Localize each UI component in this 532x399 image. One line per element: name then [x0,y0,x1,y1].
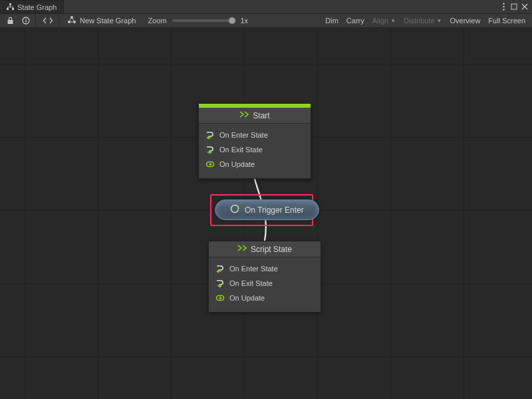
carry-button[interactable]: Carry [342,15,368,27]
node-body: On Enter State On Exit State On Update [209,257,321,312]
state-icon [237,244,247,254]
grid-line [25,28,25,399]
state-icon [239,110,249,120]
grid-line [464,28,464,399]
zoom-slider-knob[interactable] [229,17,235,24]
event-update-icon [215,293,225,303]
svg-rect-7 [8,20,13,24]
transition-node[interactable]: On Trigger Enter [215,200,319,220]
tab-state-graph[interactable]: State Graph [0,0,64,13]
breadcrumb-label: New State Graph [80,17,136,25]
node-body: On Enter State On Exit State On Update [199,124,311,178]
grid-line [171,28,172,399]
titlebar-controls [499,0,532,13]
zoom-slider[interactable] [172,19,235,22]
dim-button[interactable]: Dim [321,15,342,27]
graph-canvas[interactable]: Start On Enter State On Exit State On Up… [0,28,532,399]
node-title: Start [253,111,269,120]
svg-point-3 [503,3,504,4]
event-row-on-update[interactable]: On Update [205,157,304,172]
grid-line [0,64,532,65]
chevron-down-icon: ▼ [437,18,442,24]
code-brackets-icon[interactable] [39,15,59,27]
svg-rect-0 [9,3,11,5]
maximize-icon[interactable] [509,2,519,11]
node-start[interactable]: Start On Enter State On Exit State On Up… [198,103,311,179]
svg-point-13 [73,21,76,23]
svg-rect-6 [511,4,517,9]
event-row-on-update[interactable]: On Update [215,291,314,305]
trigger-icon [230,204,239,215]
event-exit-icon [215,279,225,288]
close-icon[interactable] [520,2,529,11]
breadcrumb-new-state-graph[interactable]: New State Graph [62,15,141,26]
node-header[interactable]: Script State [209,241,321,257]
info-icon[interactable] [18,15,36,27]
svg-rect-10 [25,20,26,23]
window: State Graph New State Gr [0,0,532,399]
zoom-control: Zoom 1x [148,17,248,25]
kebab-menu-icon[interactable] [499,2,508,11]
lock-icon[interactable] [3,15,18,27]
graph-hierarchy-icon [7,3,14,11]
svg-rect-1 [7,8,9,10]
tab-label: State Graph [17,3,57,11]
state-graph-icon [67,15,76,26]
svg-point-5 [503,9,504,10]
grid-line [0,356,532,357]
grid-line [98,28,98,399]
event-row-on-exit[interactable]: On Exit State [215,276,314,291]
svg-point-4 [503,6,504,7]
event-row-on-enter[interactable]: On Enter State [215,261,314,276]
toolbar: New State Graph Zoom 1x Dim Carry Align▼… [0,13,532,28]
event-row-on-exit[interactable]: On Exit State [205,142,304,157]
distribute-dropdown[interactable]: Distribute▼ [400,15,446,27]
event-enter-icon [205,130,215,140]
fullscreen-button[interactable]: Full Screen [484,15,529,27]
zoom-label: Zoom [148,17,166,25]
svg-point-12 [68,21,70,23]
title-bar: State Graph [0,0,532,13]
align-dropdown[interactable]: Align▼ [368,15,400,27]
event-exit-icon [205,145,215,154]
transition-label: On Trigger Enter [245,205,304,215]
event-update-icon [205,160,215,169]
node-script-state[interactable]: Script State On Enter State On Exit Stat… [208,241,321,313]
grid-line [390,28,391,399]
event-row-on-enter[interactable]: On Enter State [205,128,304,142]
overview-button[interactable]: Overview [446,15,485,27]
zoom-value: 1x [241,17,249,25]
event-enter-icon [215,264,225,273]
node-header[interactable]: Start [199,108,311,124]
svg-point-9 [25,19,27,20]
svg-rect-2 [12,8,14,10]
node-title: Script State [251,245,292,254]
chevron-down-icon: ▼ [390,18,396,24]
